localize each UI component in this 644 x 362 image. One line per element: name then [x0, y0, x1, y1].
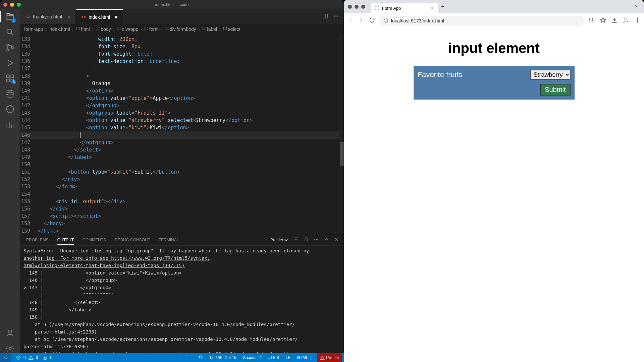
code-line[interactable]: 158 </body>	[20, 220, 344, 227]
code-line[interactable]: 137 "	[20, 65, 344, 72]
traffic-minimize[interactable]	[10, 3, 14, 7]
code-line[interactable]: 135 font-weight: bold;	[20, 50, 344, 58]
code-line[interactable]: 156 </div>	[20, 205, 344, 213]
breadcrumb-item[interactable]: label	[202, 26, 217, 32]
graph-icon[interactable]	[5, 120, 15, 129]
status-cursor-pos[interactable]: Ln 146, Col 15	[210, 355, 236, 360]
breadcrumb[interactable]: form-app›index.html›html›body›div#app›fo…	[20, 24, 344, 34]
line-number: 155	[20, 198, 38, 205]
panel-filter-icon[interactable]	[293, 237, 299, 243]
code-line[interactable]: 153 </form>	[20, 183, 344, 190]
breadcrumb-item[interactable]: select	[223, 26, 240, 32]
code-line[interactable]: 139 Orange	[20, 80, 344, 87]
code-line[interactable]: 146	[20, 131, 344, 139]
database-icon[interactable]	[5, 89, 15, 99]
code-line[interactable]: 143 <optgroup label="Fruits II">	[20, 109, 344, 117]
forward-icon[interactable]	[358, 17, 365, 25]
remote-indicator[interactable]	[0, 353, 11, 362]
code-line[interactable]: 134 font-size: 8px;	[20, 43, 344, 50]
gear-icon[interactable]	[5, 344, 15, 353]
breadcrumb-item[interactable]: html	[75, 26, 90, 32]
traffic-close[interactable]	[3, 3, 7, 7]
output-channel-select[interactable]: Prettier	[269, 237, 289, 243]
browser-tab[interactable]: Form App ×	[371, 3, 438, 13]
code-line[interactable]: 133 width: 200px;	[20, 36, 344, 43]
panel-tab[interactable]: OUTPUT	[57, 238, 74, 245]
fruits-select[interactable]: Strawberry	[530, 70, 571, 80]
run-debug-icon[interactable]	[5, 58, 15, 68]
zoom-icon[interactable]	[588, 17, 595, 25]
submit-button[interactable]: Submit	[540, 84, 570, 96]
split-editor-icon[interactable]	[322, 13, 328, 20]
editor-tab[interactable]: <>thankyou.html×	[20, 9, 76, 24]
traffic-zoom[interactable]	[17, 3, 21, 7]
status-language[interactable]: HTML	[297, 355, 308, 360]
editor-tab[interactable]: <>index.html	[76, 9, 123, 24]
panel-tab[interactable]: TERMINAL	[159, 238, 179, 242]
address-bar[interactable]: localhost:5173/index.html	[379, 16, 584, 26]
panel-more-icon[interactable]	[314, 237, 319, 243]
reload-icon[interactable]	[369, 17, 375, 25]
panel-lock-icon[interactable]	[304, 237, 309, 243]
close-icon[interactable]: ×	[67, 14, 70, 19]
code-line[interactable]: 142 </optgroup>	[20, 102, 344, 109]
browser-traffic-zoom[interactable]	[361, 5, 365, 9]
code-line[interactable]: 149 </label>	[20, 154, 344, 161]
panel-tab[interactable]: COMMENTS	[83, 238, 106, 242]
minimap[interactable]	[339, 34, 344, 234]
panel-maximize-icon[interactable]	[324, 237, 329, 243]
status-indent[interactable]: Spaces: 2	[243, 355, 261, 360]
panel-tab[interactable]: DEBUG CONSOLE	[115, 238, 150, 242]
breadcrumb-item[interactable]: body	[95, 26, 111, 32]
tab-close-icon[interactable]: ×	[431, 5, 434, 11]
code-line[interactable]: 141 <option value="apple">Apple</option>	[20, 95, 344, 102]
bookmark-icon[interactable]	[600, 17, 606, 25]
status-encoding[interactable]: UTF-8	[268, 355, 279, 360]
output-panel[interactable]: SyntaxError: Unexpected closing tag "opt…	[20, 246, 344, 353]
code-line[interactable]: 145 <option value="kiwi">Kiwi</option>	[20, 124, 344, 131]
status-prettier[interactable]: Prettier	[317, 353, 342, 362]
source-control-icon[interactable]	[5, 43, 15, 52]
back-icon[interactable]	[347, 17, 354, 25]
code-line[interactable]: 138 >	[20, 72, 344, 80]
chevron-down-icon[interactable]	[633, 3, 640, 11]
extensions-icon[interactable]: 3	[5, 74, 15, 83]
code-line[interactable]: 150	[20, 161, 344, 168]
code-line[interactable]: 148 </select>	[20, 146, 344, 154]
search-icon[interactable]	[5, 27, 15, 37]
scrollbar-thumb[interactable]	[340, 142, 344, 166]
code-line[interactable]: 154	[20, 190, 344, 198]
download-icon[interactable]	[611, 17, 618, 25]
find-icon[interactable]	[199, 355, 203, 361]
code-editor[interactable]: 133 width: 200px;134 font-size: 8px;135 …	[20, 34, 344, 234]
code-line[interactable]: 144 <option value="strawberry" selected>…	[20, 117, 344, 124]
breadcrumb-item[interactable]: div#app	[116, 26, 138, 32]
code-line[interactable]: 147 </optgroup>	[20, 139, 344, 146]
edge-icon[interactable]	[5, 105, 15, 114]
code-line[interactable]: 159</html>	[20, 227, 344, 234]
browser-traffic-min[interactable]	[355, 5, 359, 9]
profile-icon[interactable]	[623, 17, 629, 25]
status-ports[interactable]: 0	[43, 355, 52, 360]
breadcrumb-item[interactable]: index.html	[49, 26, 70, 32]
breadcrumb-item[interactable]: div.formbody	[164, 26, 196, 32]
menu-icon[interactable]	[634, 17, 641, 25]
new-tab-button[interactable]: +	[441, 3, 445, 10]
panel-close-icon[interactable]	[334, 237, 339, 243]
site-info-icon[interactable]	[383, 18, 388, 23]
code-line[interactable]: 152 </div>	[20, 176, 344, 183]
breadcrumb-item[interactable]: form-app	[24, 26, 43, 32]
status-problems[interactable]: 0 0	[16, 355, 38, 360]
account-icon[interactable]	[5, 328, 15, 338]
code-line[interactable]: 140 </option>	[20, 87, 344, 95]
code-line[interactable]: 151 <button type="submit">Submit</button…	[20, 168, 344, 176]
status-eol[interactable]: LF	[286, 355, 290, 360]
panel-tab[interactable]: PROBLEMS	[26, 238, 49, 242]
browser-traffic-close[interactable]	[348, 5, 352, 9]
breadcrumb-item[interactable]: form	[144, 26, 159, 32]
explorer-icon[interactable]: 1	[5, 12, 15, 21]
code-line[interactable]: 155 <div id="output"></div>	[20, 198, 344, 205]
more-actions-icon[interactable]	[333, 13, 339, 20]
code-line[interactable]: 136 text-decoration: underline;	[20, 58, 344, 65]
code-line[interactable]: 157 <script></script>	[20, 213, 344, 220]
